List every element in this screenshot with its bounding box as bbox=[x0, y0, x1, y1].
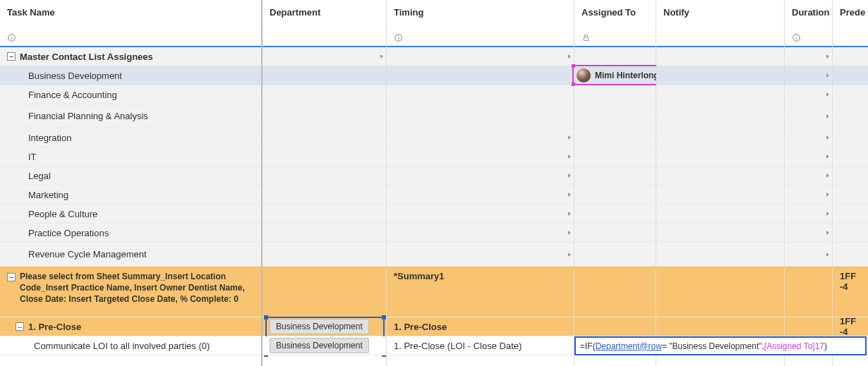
cell[interactable] bbox=[656, 128, 784, 147]
col-header-notify[interactable]: Notify bbox=[656, 0, 784, 29]
chevron-right-icon[interactable] bbox=[568, 231, 571, 235]
chevron-right-icon[interactable] bbox=[568, 135, 571, 140]
cell[interactable] bbox=[656, 185, 784, 205]
cell[interactable] bbox=[263, 267, 386, 317]
department-chip[interactable]: Business Development bbox=[270, 338, 369, 353]
chevron-right-icon[interactable] bbox=[568, 154, 571, 159]
row-revenue[interactable]: Revenue Cycle Management bbox=[0, 243, 261, 267]
cell[interactable] bbox=[263, 224, 386, 243]
cell[interactable] bbox=[785, 185, 832, 205]
row-biz-dev[interactable]: Business Development bbox=[0, 66, 261, 85]
chevron-right-icon[interactable] bbox=[568, 173, 571, 178]
chevron-right-icon[interactable] bbox=[380, 54, 383, 59]
cell[interactable] bbox=[387, 104, 574, 128]
chevron-right-icon[interactable] bbox=[826, 92, 829, 97]
cell[interactable] bbox=[574, 128, 656, 147]
cell[interactable] bbox=[574, 104, 656, 128]
collapse-toggle[interactable]: – bbox=[7, 273, 16, 281]
cell[interactable]: 1FF -4 bbox=[833, 317, 868, 336]
cell[interactable] bbox=[656, 147, 784, 166]
chevron-right-icon[interactable] bbox=[568, 54, 571, 59]
row-finance[interactable]: Finance & Accounting bbox=[0, 85, 261, 104]
cell[interactable]: 1. Pre-Close (LOI - Close Date) bbox=[387, 336, 574, 355]
cell[interactable] bbox=[387, 147, 574, 166]
cell[interactable] bbox=[387, 66, 574, 85]
cell[interactable] bbox=[656, 267, 784, 317]
cell[interactable] bbox=[833, 224, 868, 243]
cell[interactable] bbox=[387, 128, 574, 147]
cell[interactable] bbox=[785, 104, 832, 128]
col-header-duration[interactable]: Duration bbox=[785, 0, 832, 29]
formula-editor[interactable]: =IF(Department@row = "Business Developme… bbox=[574, 336, 867, 355]
cell[interactable] bbox=[263, 147, 386, 166]
cell[interactable] bbox=[387, 224, 574, 243]
chevron-right-icon[interactable] bbox=[826, 212, 829, 216]
row-fpa[interactable]: Financial Planning & Analysis bbox=[0, 104, 261, 128]
cell-dept-loi[interactable]: Business Development bbox=[263, 336, 386, 355]
cell[interactable] bbox=[387, 47, 574, 66]
cell[interactable] bbox=[785, 47, 832, 66]
cell[interactable] bbox=[785, 66, 832, 85]
cell[interactable] bbox=[574, 47, 656, 66]
cell[interactable] bbox=[574, 185, 656, 205]
col-header-predec[interactable]: Prede bbox=[833, 0, 868, 29]
cell[interactable] bbox=[785, 128, 832, 147]
cell[interactable] bbox=[656, 224, 784, 243]
cell[interactable]: *Summary1 bbox=[387, 267, 574, 317]
cell[interactable] bbox=[656, 205, 784, 224]
cell[interactable] bbox=[574, 205, 656, 224]
cell[interactable] bbox=[833, 85, 868, 104]
chevron-right-icon[interactable] bbox=[568, 212, 571, 216]
chevron-right-icon[interactable] bbox=[826, 231, 829, 235]
col-header-taskname[interactable]: Task Name bbox=[0, 0, 261, 29]
col-header-assigned[interactable]: Assigned To bbox=[574, 0, 656, 29]
cell[interactable] bbox=[785, 317, 832, 336]
cell[interactable] bbox=[833, 128, 868, 147]
cell[interactable] bbox=[785, 243, 832, 267]
cell[interactable] bbox=[785, 205, 832, 224]
chevron-right-icon[interactable] bbox=[826, 73, 829, 78]
chevron-right-icon[interactable] bbox=[826, 54, 829, 59]
cell[interactable] bbox=[833, 147, 868, 166]
chevron-right-icon[interactable] bbox=[826, 173, 829, 178]
chevron-right-icon[interactable] bbox=[568, 193, 571, 197]
cell[interactable] bbox=[574, 224, 656, 243]
cell[interactable] bbox=[833, 47, 868, 66]
cell[interactable] bbox=[263, 47, 386, 66]
cell-dept-preclose[interactable]: Business Development bbox=[263, 317, 386, 336]
cell[interactable] bbox=[656, 47, 784, 66]
cell[interactable] bbox=[785, 85, 832, 104]
cell[interactable]: 1FF -4 bbox=[833, 267, 868, 317]
collapse-toggle[interactable]: – bbox=[7, 52, 16, 61]
chevron-right-icon[interactable] bbox=[826, 114, 829, 118]
cell[interactable] bbox=[833, 104, 868, 128]
formula-ref-department[interactable]: Department@row bbox=[596, 341, 662, 351]
cell[interactable] bbox=[656, 66, 784, 85]
row-it[interactable]: IT bbox=[0, 147, 261, 166]
cell[interactable] bbox=[263, 166, 386, 185]
cell[interactable] bbox=[574, 147, 656, 166]
cell-assigned-bizdev[interactable]: Mimi Hinterlong bbox=[574, 66, 656, 85]
cell-formula[interactable]: =IF(Department@row = "Business Developme… bbox=[574, 336, 656, 355]
row-people[interactable]: People & Culture bbox=[0, 205, 261, 224]
formula-ref-assignedto[interactable]: [Assigned To]17 bbox=[764, 341, 824, 351]
cell[interactable] bbox=[785, 166, 832, 185]
collapse-toggle[interactable]: – bbox=[16, 322, 24, 331]
cell[interactable] bbox=[785, 224, 832, 243]
cell[interactable] bbox=[263, 66, 386, 85]
cell[interactable] bbox=[574, 166, 656, 185]
cell[interactable] bbox=[574, 317, 656, 336]
cell[interactable] bbox=[833, 243, 868, 267]
cell[interactable] bbox=[656, 85, 784, 104]
cell[interactable]: 1. Pre-Close bbox=[387, 317, 574, 336]
chevron-right-icon[interactable] bbox=[826, 193, 829, 197]
cell[interactable] bbox=[574, 267, 656, 317]
cell[interactable] bbox=[263, 243, 386, 267]
cell[interactable] bbox=[656, 243, 784, 267]
row-summary[interactable]: – Please select from Sheet Summary_Inser… bbox=[0, 267, 261, 317]
cell[interactable] bbox=[263, 205, 386, 224]
cell[interactable] bbox=[387, 185, 574, 205]
cell[interactable] bbox=[833, 185, 868, 205]
cell[interactable] bbox=[387, 243, 574, 267]
cell[interactable] bbox=[263, 104, 386, 128]
